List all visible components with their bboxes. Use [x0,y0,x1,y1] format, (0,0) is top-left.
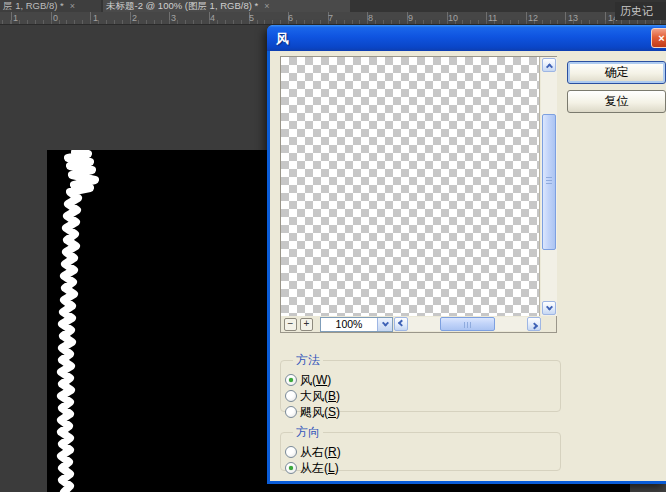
scroll-down-button[interactable] [542,301,556,315]
vertical-scrollbar-thumb[interactable] [542,114,556,250]
chevron-down-icon [545,303,552,310]
ok-button[interactable]: 确定 [567,61,666,84]
radio-label: 从右(R) [300,444,341,461]
radio-button[interactable] [285,462,297,474]
ruler-number: 13 [568,13,578,23]
tab-close-icon[interactable]: × [70,2,75,11]
zoom-level-select[interactable]: 100% [320,317,393,332]
document-tab-1[interactable]: 层 1, RGB/8) * × [0,0,101,12]
chevron-left-icon [397,319,404,326]
zoom-level-value: 100% [321,318,377,331]
ruler-number: 3 [171,13,176,23]
radio-label: 大风(B) [300,388,340,405]
radio-button[interactable] [285,406,297,418]
photoshop-workspace: 层 1, RGB/8) * × 未标题-2 @ 100% (图层 1, RGB/… [0,0,666,492]
ruler-number: 11 [488,13,497,23]
chevron-up-icon [545,63,552,70]
radio-label: 飓风(S) [300,404,340,421]
radio-button[interactable] [285,446,297,458]
scroll-up-button[interactable] [542,58,556,72]
ruler-number: 9 [408,13,413,23]
scroll-left-button[interactable] [394,317,408,331]
ruler-number: 4 [210,13,215,23]
method-groupbox: 方法 风(W) 大风(B) 飓风(S) [280,352,561,412]
zoom-in-button[interactable]: + [300,318,313,331]
document-tab-bar: 层 1, RGB/8) * × 未标题-2 @ 100% (图层 1, RGB/… [0,0,666,12]
filter-preview-frame: − + 100% [280,56,557,333]
close-icon[interactable]: × [651,28,666,48]
dialog-titlebar[interactable]: 风 × [267,25,666,51]
reset-button[interactable]: 复位 [567,90,666,113]
preview-zoom-controls: − + 100% [281,316,556,332]
ruler-number: 10 [448,13,458,23]
preview-horizontal-scrollbar[interactable] [394,317,541,331]
horizontal-scrollbar-thumb[interactable] [440,317,495,331]
panel-corner-fragment [630,484,666,492]
direction-legend: 方向 [293,424,323,441]
combo-dropdown-button[interactable] [377,318,392,331]
ruler-number: 2 [132,13,137,23]
ruler-number: 7 [328,13,333,23]
ruler-number: 6 [288,13,293,23]
document-tab-1-label: 层 1, RGB/8) * [3,0,64,12]
ruler-number: 1 [93,13,98,23]
radio-label: 风(W) [300,372,331,389]
ruler-number: 1 [13,13,18,23]
radio-option-from-right[interactable]: 从右(R) [285,444,560,460]
radio-option-stagger[interactable]: 飓风(S) [285,404,560,420]
radio-option-blast[interactable]: 大风(B) [285,388,560,404]
radio-button[interactable] [285,390,297,402]
radio-option-from-left[interactable]: 从左(L) [285,460,560,476]
history-panel-tab[interactable]: 历史记 [615,2,666,20]
ruler-number: 5 [249,13,254,23]
document-tab-2-label: 未标题-2 @ 100% (图层 1, RGB/8) * [106,0,258,12]
wind-filter-dialog: 风 × − + 100% [267,25,666,484]
scroll-right-button[interactable] [527,317,541,331]
white-scribble-stroke [47,150,127,492]
horizontal-ruler: 1 0 1 2 3 4 5 6 7 8 9 10 11 12 13 14 [0,12,666,25]
ruler-number: 12 [528,13,538,23]
chevron-right-icon [530,322,537,329]
dialog-title: 风 [276,30,289,48]
document-tab-2-active[interactable]: 未标题-2 @ 100% (图层 1, RGB/8) * × [103,0,350,12]
ruler-number: 8 [368,13,373,23]
zoom-out-button[interactable]: − [284,318,297,331]
method-legend: 方法 [293,352,323,369]
radio-label: 从左(L) [300,460,339,477]
tab-close-icon[interactable]: × [264,2,269,11]
preview-vertical-scrollbar[interactable] [541,57,557,316]
preview-transparency-checker[interactable] [281,57,540,316]
radio-option-wind[interactable]: 风(W) [285,372,560,388]
chevron-down-icon [381,320,388,327]
ruler-number: 0 [53,13,58,23]
direction-groupbox: 方向 从右(R) 从左(L) [280,424,561,471]
radio-button[interactable] [285,374,297,386]
